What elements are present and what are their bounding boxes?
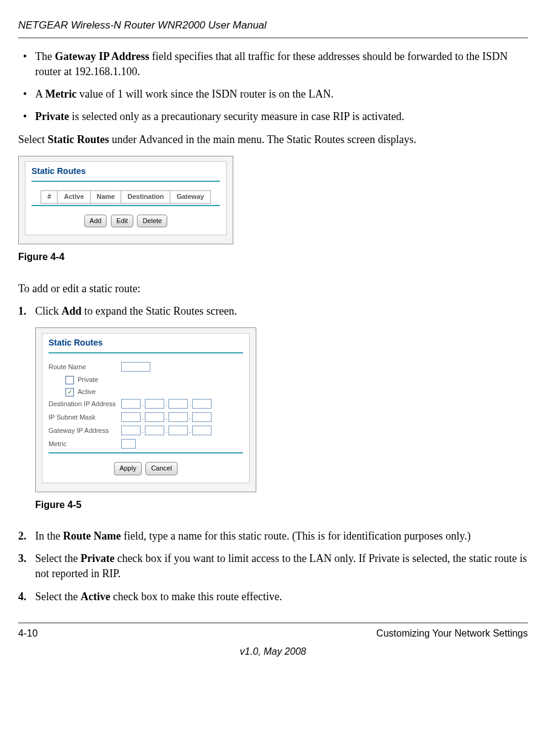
apply-button[interactable]: Apply xyxy=(114,462,142,475)
bullet-private: Private is selected only as a precaution… xyxy=(18,109,528,124)
figure-4-5-caption: Figure 4-5 xyxy=(35,498,528,512)
step-1: 1. Click Add to expand the Static Routes… xyxy=(18,304,528,512)
mask-row: IP Subnet Mask . . . xyxy=(48,412,243,422)
bold-active-step: Active xyxy=(81,590,110,603)
section-title: Customizing Your Network Settings xyxy=(376,627,528,640)
metric-input[interactable] xyxy=(121,439,136,449)
figure-4-4: Static Routes # Active Name Destination … xyxy=(18,156,233,244)
route-name-label: Route Name xyxy=(48,363,121,372)
col-destination: Destination xyxy=(121,191,170,203)
gateway-row: Gateway IP Address . . . xyxy=(48,426,243,435)
bold-add: Add xyxy=(62,305,82,317)
add-button[interactable]: Add xyxy=(84,215,107,227)
panel-title: Static Routes xyxy=(48,337,243,349)
active-checkbox[interactable]: ✓ xyxy=(65,388,74,396)
col-active: Active xyxy=(58,191,90,203)
metric-label: Metric xyxy=(48,440,121,449)
active-row: ✓ Active xyxy=(65,387,243,396)
bold-gateway-ip: Gateway IP Address xyxy=(55,50,149,62)
edit-button[interactable]: Edit xyxy=(111,215,133,227)
dest-octet-3[interactable] xyxy=(168,399,188,409)
private-checkbox[interactable] xyxy=(65,376,74,384)
route-name-input[interactable] xyxy=(121,362,150,372)
figure-4-4-caption: Figure 4-4 xyxy=(18,250,528,264)
steps-list: 1. Click Add to expand the Static Routes… xyxy=(18,304,528,604)
private-label: Private xyxy=(78,375,98,384)
footer-row: 4-10 Customizing Your Network Settings xyxy=(18,627,528,640)
footer-rule xyxy=(18,623,528,623)
select-static-routes-para: Select Static Routes under Advanced in t… xyxy=(18,132,528,147)
add-edit-intro: To add or edit a static route: xyxy=(18,281,528,296)
active-label: Active xyxy=(78,387,96,396)
col-gateway: Gateway xyxy=(170,191,210,203)
metric-row: Metric xyxy=(48,439,243,449)
destination-row: Destination IP Address . . . xyxy=(48,399,243,409)
screenshot-static-routes-list: Static Routes # Active Name Destination … xyxy=(18,156,233,244)
bold-private-step: Private xyxy=(81,552,115,564)
screenshot-static-routes-form: Static Routes Route Name Private ✓ Activ… xyxy=(35,327,256,492)
cancel-button[interactable]: Cancel xyxy=(145,462,177,475)
mask-octet-1[interactable] xyxy=(121,412,141,422)
routes-table: # Active Name Destination Gateway xyxy=(41,190,210,203)
col-name: Name xyxy=(90,191,121,203)
panel-rule-2 xyxy=(32,205,220,206)
mask-octet-2[interactable] xyxy=(145,412,164,422)
private-row: Private xyxy=(65,375,243,384)
mask-octet-3[interactable] xyxy=(168,412,188,422)
destination-label: Destination IP Address xyxy=(48,400,121,409)
header-rule xyxy=(18,38,528,38)
bullet-list: The Gateway IP Address field specifies t… xyxy=(18,49,528,125)
delete-button[interactable]: Delete xyxy=(137,215,167,227)
figure-4-5: Static Routes Route Name Private ✓ Activ… xyxy=(35,327,256,492)
panel-title: Static Routes xyxy=(32,166,220,178)
gateway-label: Gateway IP Address xyxy=(48,426,121,435)
gw-octet-3[interactable] xyxy=(168,426,188,435)
gw-octet-1[interactable] xyxy=(121,426,141,435)
step-3: 3. Select the Private check box if you w… xyxy=(18,551,528,581)
bullet-gateway: The Gateway IP Address field specifies t… xyxy=(18,49,528,79)
route-name-row: Route Name xyxy=(48,362,243,372)
bullet-metric: A Metric value of 1 will work since the … xyxy=(18,87,528,102)
page-number: 4-10 xyxy=(18,627,38,640)
dest-octet-1[interactable] xyxy=(121,399,141,409)
doc-title: NETGEAR Wireless-N Router WNR2000 User M… xyxy=(18,18,528,33)
panel-rule-2 xyxy=(48,452,243,453)
step-4: 4. Select the Active check box to make t… xyxy=(18,589,528,604)
panel-rule xyxy=(48,352,243,353)
dest-octet-4[interactable] xyxy=(192,399,211,409)
col-number: # xyxy=(41,191,58,203)
bold-private: Private xyxy=(35,110,69,122)
mask-label: IP Subnet Mask xyxy=(48,413,121,422)
bold-static-routes: Static Routes xyxy=(47,133,109,146)
gw-octet-2[interactable] xyxy=(145,426,164,435)
doc-header: NETGEAR Wireless-N Router WNR2000 User M… xyxy=(18,18,528,38)
mask-octet-4[interactable] xyxy=(192,412,211,422)
bold-route-name: Route Name xyxy=(63,530,121,542)
step-2: 2. In the Route Name field, type a name … xyxy=(18,529,528,544)
doc-version: v1.0, May 2008 xyxy=(18,645,528,658)
dest-octet-2[interactable] xyxy=(145,399,164,409)
bold-metric: Metric xyxy=(45,88,77,100)
panel-rule xyxy=(32,181,220,182)
gw-octet-4[interactable] xyxy=(192,426,211,435)
